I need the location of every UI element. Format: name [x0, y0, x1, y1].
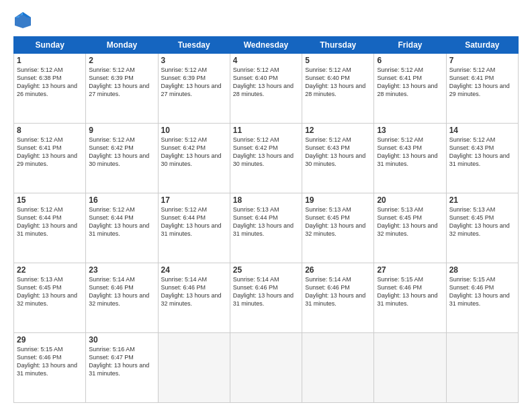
day-info: Sunrise: 5:14 AMSunset: 6:46 PMDaylight:… [305, 276, 365, 307]
day-number: 2 [89, 56, 154, 65]
calendar-day-cell: 14 Sunrise: 5:12 AMSunset: 6:43 PMDaylig… [446, 124, 518, 193]
header [13, 11, 519, 30]
weekday-header-cell: Sunday [14, 37, 86, 54]
calendar-day-cell: 25 Sunrise: 5:14 AMSunset: 6:46 PMDaylig… [230, 263, 302, 333]
calendar-day-cell: 28 Sunrise: 5:15 AMSunset: 6:46 PMDaylig… [446, 263, 518, 333]
weekday-header-cell: Tuesday [158, 37, 230, 54]
day-number: 17 [161, 195, 227, 205]
day-info: Sunrise: 5:13 AMSunset: 6:45 PMDaylight:… [377, 206, 437, 237]
calendar-day-cell: 27 Sunrise: 5:15 AMSunset: 6:46 PMDaylig… [374, 263, 446, 333]
day-number: 9 [89, 126, 154, 135]
day-number: 16 [89, 195, 154, 205]
calendar-day-cell: 23 Sunrise: 5:14 AMSunset: 6:46 PMDaylig… [86, 263, 158, 333]
day-number: 15 [17, 195, 83, 205]
calendar-day-cell: 4 Sunrise: 5:12 AMSunset: 6:40 PMDayligh… [230, 54, 302, 124]
calendar-week-row: 29 Sunrise: 5:15 AMSunset: 6:46 PMDaylig… [14, 333, 519, 403]
calendar-day-cell: 2 Sunrise: 5:12 AMSunset: 6:39 PMDayligh… [86, 54, 158, 124]
day-number: 13 [377, 126, 443, 135]
calendar-day-cell: 21 Sunrise: 5:13 AMSunset: 6:45 PMDaylig… [446, 193, 518, 263]
logo [13, 11, 35, 30]
calendar-body: 1 Sunrise: 5:12 AMSunset: 6:38 PMDayligh… [14, 54, 519, 403]
day-number: 30 [89, 335, 154, 345]
day-number: 4 [233, 56, 299, 65]
page: SundayMondayTuesdayWednesdayThursdayFrid… [0, 0, 532, 411]
calendar-day-cell: 30 Sunrise: 5:16 AMSunset: 6:47 PMDaylig… [86, 333, 158, 403]
day-info: Sunrise: 5:12 AMSunset: 6:40 PMDaylight:… [233, 66, 294, 97]
weekday-header-cell: Friday [374, 37, 446, 54]
day-info: Sunrise: 5:14 AMSunset: 6:46 PMDaylight:… [233, 276, 294, 307]
day-info: Sunrise: 5:12 AMSunset: 6:41 PMDaylight:… [17, 136, 77, 167]
calendar-day-cell: 18 Sunrise: 5:13 AMSunset: 6:44 PMDaylig… [230, 193, 302, 263]
day-info: Sunrise: 5:12 AMSunset: 6:44 PMDaylight:… [89, 206, 149, 237]
day-info: Sunrise: 5:12 AMSunset: 6:39 PMDaylight:… [161, 66, 222, 97]
day-number: 21 [449, 195, 515, 205]
weekday-header-cell: Wednesday [230, 37, 302, 54]
day-info: Sunrise: 5:15 AMSunset: 6:46 PMDaylight:… [449, 276, 510, 307]
day-number: 8 [17, 126, 83, 135]
day-info: Sunrise: 5:13 AMSunset: 6:44 PMDaylight:… [233, 206, 294, 237]
calendar-day-cell [374, 333, 446, 403]
calendar-day-cell: 29 Sunrise: 5:15 AMSunset: 6:46 PMDaylig… [14, 333, 86, 403]
calendar-day-cell: 12 Sunrise: 5:12 AMSunset: 6:43 PMDaylig… [302, 124, 374, 193]
day-number: 11 [233, 126, 299, 135]
day-info: Sunrise: 5:12 AMSunset: 6:43 PMDaylight:… [377, 136, 437, 167]
calendar-day-cell: 11 Sunrise: 5:12 AMSunset: 6:42 PMDaylig… [230, 124, 302, 193]
calendar-day-cell: 17 Sunrise: 5:12 AMSunset: 6:44 PMDaylig… [158, 193, 230, 263]
calendar-day-cell: 7 Sunrise: 5:12 AMSunset: 6:41 PMDayligh… [446, 54, 518, 124]
calendar-week-row: 22 Sunrise: 5:13 AMSunset: 6:45 PMDaylig… [14, 263, 519, 333]
weekday-header-row: SundayMondayTuesdayWednesdayThursdayFrid… [14, 37, 519, 54]
calendar-day-cell: 3 Sunrise: 5:12 AMSunset: 6:39 PMDayligh… [158, 54, 230, 124]
day-info: Sunrise: 5:13 AMSunset: 6:45 PMDaylight:… [305, 206, 365, 237]
day-number: 6 [377, 56, 443, 65]
day-info: Sunrise: 5:12 AMSunset: 6:42 PMDaylight:… [161, 136, 222, 167]
day-number: 10 [161, 126, 227, 135]
day-number: 28 [449, 265, 515, 275]
calendar-day-cell: 24 Sunrise: 5:14 AMSunset: 6:46 PMDaylig… [158, 263, 230, 333]
day-number: 19 [305, 195, 371, 205]
calendar-week-row: 8 Sunrise: 5:12 AMSunset: 6:41 PMDayligh… [14, 124, 519, 193]
day-info: Sunrise: 5:13 AMSunset: 6:45 PMDaylight:… [449, 206, 510, 237]
calendar-week-row: 15 Sunrise: 5:12 AMSunset: 6:44 PMDaylig… [14, 193, 519, 263]
weekday-header-cell: Thursday [302, 37, 374, 54]
day-number: 24 [161, 265, 227, 275]
calendar-day-cell: 10 Sunrise: 5:12 AMSunset: 6:42 PMDaylig… [158, 124, 230, 193]
day-info: Sunrise: 5:13 AMSunset: 6:45 PMDaylight:… [17, 276, 77, 307]
day-info: Sunrise: 5:12 AMSunset: 6:43 PMDaylight:… [449, 136, 510, 167]
day-number: 26 [305, 265, 371, 275]
calendar-day-cell: 9 Sunrise: 5:12 AMSunset: 6:42 PMDayligh… [86, 124, 158, 193]
day-number: 18 [233, 195, 299, 205]
calendar-day-cell: 22 Sunrise: 5:13 AMSunset: 6:45 PMDaylig… [14, 263, 86, 333]
calendar-day-cell: 26 Sunrise: 5:14 AMSunset: 6:46 PMDaylig… [302, 263, 374, 333]
day-number: 22 [17, 265, 83, 275]
calendar-day-cell: 15 Sunrise: 5:12 AMSunset: 6:44 PMDaylig… [14, 193, 86, 263]
day-info: Sunrise: 5:15 AMSunset: 6:46 PMDaylight:… [17, 346, 77, 377]
day-number: 25 [233, 265, 299, 275]
day-info: Sunrise: 5:14 AMSunset: 6:46 PMDaylight:… [89, 276, 149, 307]
calendar-week-row: 1 Sunrise: 5:12 AMSunset: 6:38 PMDayligh… [14, 54, 519, 124]
day-info: Sunrise: 5:16 AMSunset: 6:47 PMDaylight:… [89, 346, 149, 377]
calendar-table: SundayMondayTuesdayWednesdayThursdayFrid… [13, 36, 519, 403]
day-info: Sunrise: 5:12 AMSunset: 6:44 PMDaylight:… [161, 206, 222, 237]
calendar-day-cell: 6 Sunrise: 5:12 AMSunset: 6:41 PMDayligh… [374, 54, 446, 124]
calendar-day-cell [446, 333, 518, 403]
calendar-day-cell: 13 Sunrise: 5:12 AMSunset: 6:43 PMDaylig… [374, 124, 446, 193]
weekday-header-cell: Saturday [446, 37, 518, 54]
day-number: 29 [17, 335, 83, 345]
day-info: Sunrise: 5:15 AMSunset: 6:46 PMDaylight:… [377, 276, 437, 307]
calendar-day-cell: 1 Sunrise: 5:12 AMSunset: 6:38 PMDayligh… [14, 54, 86, 124]
day-info: Sunrise: 5:12 AMSunset: 6:39 PMDaylight:… [89, 66, 149, 97]
day-info: Sunrise: 5:12 AMSunset: 6:43 PMDaylight:… [305, 136, 365, 167]
weekday-header-cell: Monday [86, 37, 158, 54]
day-info: Sunrise: 5:12 AMSunset: 6:41 PMDaylight:… [449, 66, 510, 97]
day-info: Sunrise: 5:12 AMSunset: 6:40 PMDaylight:… [305, 66, 365, 97]
calendar-day-cell: 20 Sunrise: 5:13 AMSunset: 6:45 PMDaylig… [374, 193, 446, 263]
day-info: Sunrise: 5:12 AMSunset: 6:41 PMDaylight:… [377, 66, 437, 97]
day-number: 27 [377, 265, 443, 275]
calendar-day-cell: 8 Sunrise: 5:12 AMSunset: 6:41 PMDayligh… [14, 124, 86, 193]
day-number: 3 [161, 56, 227, 65]
day-number: 23 [89, 265, 154, 275]
day-number: 7 [449, 56, 515, 65]
calendar-day-cell [158, 333, 230, 403]
calendar-day-cell: 19 Sunrise: 5:13 AMSunset: 6:45 PMDaylig… [302, 193, 374, 263]
logo-icon [13, 11, 32, 30]
